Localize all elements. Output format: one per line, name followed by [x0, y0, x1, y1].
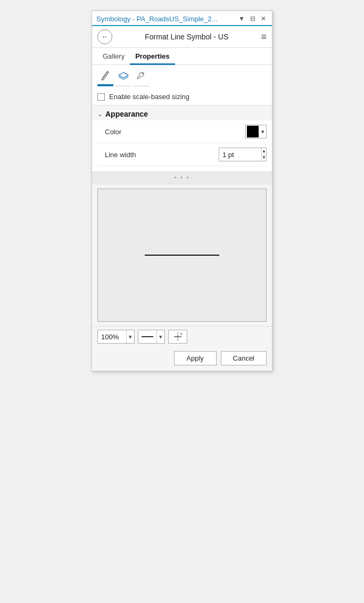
color-dropdown-icon: ▾: [260, 128, 266, 135]
linewidth-increment-button[interactable]: ▲: [262, 148, 266, 155]
back-button[interactable]: ←: [97, 29, 112, 44]
scale-checkbox[interactable]: [97, 93, 105, 101]
wrench-tool-button[interactable]: [134, 69, 150, 85]
linewidth-decrement-button[interactable]: ▼: [262, 155, 266, 161]
color-property-row: Color ▾: [97, 120, 267, 143]
title-bar: Symbology - PA_RoadsUS_Simple_2... ▼ ⊟ ✕: [92, 11, 272, 26]
linewidth-value[interactable]: 1 pt: [219, 151, 261, 159]
title-bar-controls: ▼ ⊟ ✕: [237, 14, 268, 23]
appearance-chevron-icon: ⌄: [97, 111, 102, 118]
svg-marker-5: [119, 72, 128, 78]
zoom-select[interactable]: 100% ▾: [97, 330, 135, 344]
pencil-tool-button[interactable]: [97, 69, 113, 85]
tab-gallery[interactable]: Gallery: [97, 48, 130, 65]
menu-button[interactable]: ≡: [261, 32, 267, 42]
appearance-section-title: Appearance: [105, 110, 148, 118]
edit-symbol-icon: ✕: [172, 331, 183, 342]
restore-icon[interactable]: ⊟: [249, 14, 257, 23]
resizer-dots: • • •: [174, 174, 189, 182]
panel-resizer[interactable]: • • •: [92, 172, 272, 184]
tabs-row: Gallery Properties: [92, 48, 272, 65]
svg-point-6: [142, 73, 144, 75]
line-style-preview: [142, 336, 153, 337]
appearance-section-header[interactable]: ⌄ Appearance: [92, 105, 272, 120]
symbology-panel: Symbology - PA_RoadsUS_Simple_2... ▼ ⊟ ✕…: [92, 11, 272, 371]
tab-properties[interactable]: Properties: [130, 48, 175, 65]
header-title: Format Line Symbol - US: [112, 32, 261, 41]
svg-text:✕: ✕: [179, 331, 183, 337]
edit-symbol-button[interactable]: ✕: [168, 330, 187, 344]
color-swatch: [247, 126, 259, 137]
properties-area: Color ▾ Line width 1 pt ▲ ▼: [92, 120, 272, 172]
apply-button[interactable]: Apply: [174, 351, 217, 365]
line-style-dropdown-icon: ▾: [156, 330, 164, 343]
linewidth-control: 1 pt ▲ ▼: [219, 148, 267, 161]
preview-area: [97, 189, 267, 322]
pencil-underline: [97, 85, 113, 86]
linewidth-label: Line width: [97, 151, 136, 159]
zoom-value: 100%: [98, 333, 126, 341]
line-style-value: [138, 336, 156, 337]
title-bar-left: Symbology - PA_RoadsUS_Simple_2...: [96, 15, 237, 23]
wrench-underline: [134, 85, 150, 86]
scale-row: Enable scale-based sizing: [92, 88, 272, 105]
color-label: Color: [97, 128, 121, 136]
linewidth-spinners: ▲ ▼: [261, 148, 266, 161]
close-icon[interactable]: ✕: [259, 14, 268, 23]
svg-line-2: [107, 71, 109, 72]
scale-label: Enable scale-based sizing: [109, 93, 189, 101]
header-row: ← Format Line Symbol - US ≡: [92, 26, 272, 48]
line-style-control[interactable]: ▾: [138, 330, 165, 344]
toolbar-icons-row: [92, 65, 272, 85]
panel-title: Symbology - PA_RoadsUS_Simple_2...: [96, 15, 217, 23]
preview-line: [145, 255, 219, 256]
linewidth-property-row: Line width 1 pt ▲ ▼: [97, 143, 267, 166]
layers-underline: [115, 85, 131, 86]
bottom-toolbar: 100% ▾ ▾ ✕: [92, 326, 272, 347]
footer-row: Apply Cancel: [92, 347, 272, 371]
cancel-button[interactable]: Cancel: [221, 351, 267, 365]
color-swatch-button[interactable]: ▾: [245, 125, 267, 138]
layers-tool-button[interactable]: [115, 69, 131, 85]
dropdown-icon[interactable]: ▼: [237, 14, 246, 23]
zoom-dropdown-icon: ▾: [126, 330, 134, 343]
